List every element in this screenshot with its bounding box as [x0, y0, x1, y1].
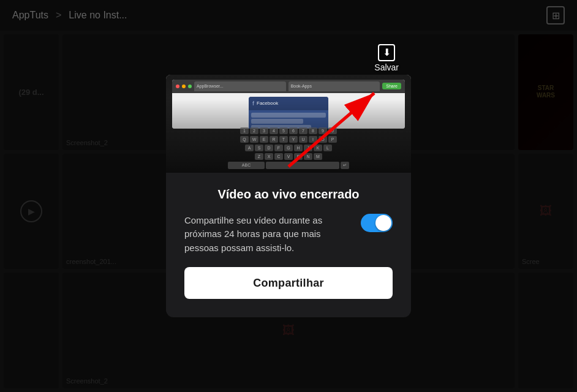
save-label[interactable]: Salvar: [374, 62, 399, 72]
share-row: Compartilhe seu vídeo durante as próxima…: [184, 214, 393, 255]
mini-browser: AppBrowser... Book-Apps Share f Facebook: [172, 80, 405, 129]
browser-tab: AppBrowser...: [194, 81, 286, 91]
modal-overlay: ⬇ Salvar: [0, 0, 577, 392]
toggle-knob: [375, 215, 391, 231]
save-indicator: ⬇ Salvar: [374, 44, 399, 72]
browser-bar: AppBrowser... Book-Apps Share: [172, 80, 405, 93]
modal-preview: AppBrowser... Book-Apps Share f Facebook: [166, 75, 411, 173]
modal-body: Vídeo ao vivo encerrado Compartilhe seu …: [166, 173, 411, 318]
screenshot-preview: AppBrowser... Book-Apps Share f Facebook: [166, 75, 411, 173]
share-toggle[interactable]: [361, 214, 393, 232]
browser-btn: Share: [382, 83, 401, 89]
modal-title: Vídeo ao vivo encerrado: [217, 187, 359, 202]
save-download-icon[interactable]: ⬇: [378, 44, 395, 61]
modal-container: ⬇ Salvar: [166, 75, 411, 318]
compartilhar-label: Compartilhar: [253, 277, 324, 290]
browser-content: f Facebook: [172, 93, 405, 129]
fb-panel: f Facebook: [249, 97, 328, 129]
compartilhar-button[interactable]: Compartilhar: [184, 267, 393, 299]
fb-bar: f Facebook: [249, 97, 328, 110]
browser-tab2: Book-Apps: [288, 81, 380, 91]
fb-content: [249, 110, 328, 129]
share-description: Compartilhe seu vídeo durante as próxima…: [184, 214, 351, 255]
